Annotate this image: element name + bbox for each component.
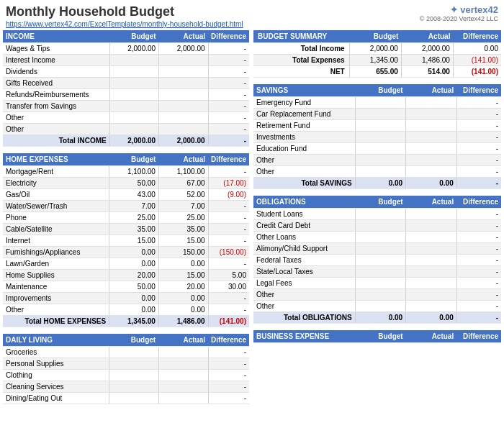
daily-budget-header: Budget: [109, 334, 158, 347]
list-item: Other Loans: [253, 232, 355, 243]
summary-actual-header: Actual: [401, 30, 453, 43]
budget-summary-table: BUDGET SUMMARY Budget Actual Difference …: [253, 30, 501, 78]
list-item: Gas/Oil: [3, 189, 109, 201]
home-budget-header: Budget: [109, 153, 159, 166]
header-link[interactable]: https://www.vertex42.com/ExcelTemplates/…: [6, 20, 243, 28]
list-item: [406, 301, 457, 312]
summary-income-budget: 2,000.00: [349, 43, 401, 55]
summary-budget-header: Budget: [349, 30, 401, 43]
list-item: [406, 266, 457, 278]
home-total-actual: 1,486.00: [158, 316, 208, 327]
income-row-budget: [109, 55, 158, 66]
income-row-diff: -: [208, 55, 249, 66]
home-total-diff: (141.00): [208, 316, 249, 327]
income-diff-header: Difference: [208, 30, 249, 43]
list-item: -: [208, 358, 249, 370]
list-item: Home Supplies: [3, 270, 109, 281]
list-item: Other: [253, 289, 355, 301]
list-item: [355, 232, 406, 243]
income-row-label: Refunds/Reimbursements: [3, 89, 109, 101]
list-item: [355, 120, 406, 132]
list-item: State/Local Taxes: [253, 266, 355, 278]
list-item: Car Replacement Fund: [253, 109, 355, 120]
obligations-total-diff: -: [456, 312, 501, 324]
summary-expenses-actual: 1,486.00: [401, 55, 453, 66]
list-item: Federal Taxes: [253, 255, 355, 266]
list-item: (17.00): [208, 178, 249, 189]
summary-expenses-label: Total Expenses: [253, 55, 349, 66]
list-item: 50.00: [109, 178, 159, 189]
obligations-total-label: Total OBLIGATIONS: [253, 312, 355, 324]
list-item: [355, 255, 406, 266]
list-item: -: [456, 278, 501, 289]
list-item: [158, 381, 208, 393]
income-row-label: Other: [3, 112, 109, 124]
obligations-section-header: OBLIGATIONS: [253, 196, 355, 209]
list-item: [355, 132, 406, 143]
list-item: Cable/Satellite: [3, 224, 109, 235]
summary-expenses-diff: (141.00): [453, 55, 501, 66]
list-item: Groceries: [3, 347, 109, 358]
income-row-diff: -: [208, 66, 249, 78]
income-row-label: Interest Income: [3, 55, 109, 66]
home-expenses-table: HOME EXPENSES Budget Actual Difference M…: [3, 153, 249, 327]
list-item: -: [456, 220, 501, 232]
savings-table: SAVINGS Budget Actual Difference Emergen…: [253, 84, 501, 189]
list-item: -: [208, 393, 249, 404]
list-item: Water/Sewer/Trash: [3, 201, 109, 212]
list-item: [355, 243, 406, 255]
list-item: 1,100.00: [109, 166, 159, 178]
income-row-actual: [159, 101, 208, 112]
list-item: 25.00: [158, 212, 208, 224]
list-item: -: [208, 370, 249, 381]
list-item: [355, 155, 406, 166]
logo: ✦ vertex42: [420, 4, 498, 15]
list-item: 7.00: [109, 201, 159, 212]
list-item: Emergency Fund: [253, 97, 355, 109]
business-expense-table: BUSINESS EXPENSE Budget Actual Differenc…: [253, 330, 501, 343]
list-item: -: [456, 209, 501, 220]
list-item: Retirement Fund: [253, 120, 355, 132]
list-item: -: [456, 132, 501, 143]
list-item: [158, 370, 208, 381]
daily-living-table: DAILY LIVING Budget Actual Difference Gr…: [3, 334, 249, 404]
list-item: -: [208, 224, 249, 235]
list-item: (150.00): [208, 247, 249, 258]
list-item: [355, 278, 406, 289]
list-item: [355, 109, 406, 120]
income-row-budget: [109, 78, 158, 89]
savings-total-actual: 0.00: [406, 178, 457, 189]
list-item: Lawn/Garden: [3, 258, 109, 270]
list-item: [406, 143, 457, 155]
page-title: Monthly Household Budget: [6, 4, 243, 19]
income-row-diff: -: [208, 124, 249, 135]
list-item: (9.00): [208, 189, 249, 201]
list-item: -: [456, 166, 501, 178]
list-item: Dining/Eating Out: [3, 393, 109, 404]
list-item: -: [456, 232, 501, 243]
list-item: Personal Supplies: [3, 358, 109, 370]
list-item: -: [208, 258, 249, 270]
list-item: 50.00: [109, 281, 159, 293]
income-actual-header: Actual: [159, 30, 208, 43]
obligations-total-actual: 0.00: [406, 312, 457, 324]
list-item: -: [456, 301, 501, 312]
income-total-budget: 2,000.00: [109, 135, 158, 147]
list-item: 43.00: [109, 189, 159, 201]
income-row-actual: [159, 89, 208, 101]
list-item: -: [456, 266, 501, 278]
income-row-budget: [109, 112, 158, 124]
list-item: 0.00: [158, 293, 208, 304]
business-actual-header: Actual: [406, 330, 457, 343]
list-item: [109, 370, 158, 381]
home-section-header: HOME EXPENSES: [3, 153, 109, 166]
list-item: 15.00: [158, 235, 208, 247]
income-row-actual: [159, 66, 208, 78]
list-item: [406, 120, 457, 132]
list-item: -: [208, 212, 249, 224]
list-item: [109, 393, 158, 404]
business-diff-header: Difference: [456, 330, 501, 343]
list-item: 15.00: [158, 270, 208, 281]
list-item: [109, 381, 158, 393]
list-item: Other: [253, 166, 355, 178]
